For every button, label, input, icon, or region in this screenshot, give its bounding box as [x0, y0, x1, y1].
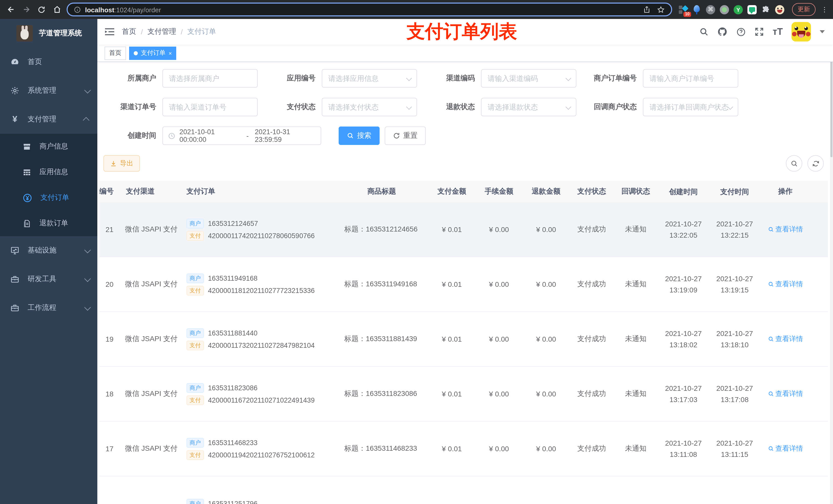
- extension-dot-icon[interactable]: [720, 5, 729, 14]
- date-end: 2021-10-31 23:59:59: [255, 128, 315, 143]
- filter-input-control[interactable]: [643, 70, 738, 87]
- filter-label: 所属商户: [103, 74, 162, 83]
- column-header: 支付订单: [182, 187, 337, 196]
- filter-input-control[interactable]: [481, 70, 576, 87]
- merchant-tag: 商户: [187, 499, 204, 504]
- cell-actions: 查看详情: [760, 334, 810, 344]
- tag-tab-pay-order[interactable]: 支付订单 ×: [129, 46, 176, 60]
- filter-input-control[interactable]: [322, 98, 416, 116]
- cell-notify-status: 未通知: [614, 334, 658, 344]
- fullscreen-icon[interactable]: [755, 27, 764, 37]
- bookmark-star-icon[interactable]: [657, 5, 665, 14]
- table-row: 17微信 JSAPI 支付商户1635311468233支付4200001194…: [99, 422, 828, 476]
- cell-product-title: 标题：1635311468233: [337, 444, 428, 453]
- url-path: :1024/pay/order: [114, 6, 161, 14]
- breadcrumb-home[interactable]: 首页: [122, 27, 136, 37]
- filter-input-control[interactable]: [481, 98, 576, 116]
- cell-product-title: 标题：1635312124656: [337, 225, 428, 234]
- browser-menu-icon[interactable]: ⋮: [821, 6, 828, 13]
- filter-input-control[interactable]: [643, 98, 738, 116]
- filter-input-control[interactable]: [163, 70, 257, 87]
- extensions-puzzle-icon[interactable]: [761, 5, 770, 14]
- filter-select[interactable]: [481, 98, 576, 116]
- filter-field: 渠道编码: [432, 69, 576, 88]
- cell-fee-amount: ¥ 0.00: [475, 390, 523, 398]
- browser-update-button[interactable]: 更新: [792, 3, 815, 16]
- sidebar-item-refund-order[interactable]: 退款订单: [0, 211, 97, 236]
- toggle-search-button[interactable]: [786, 155, 802, 172]
- browser-home-icon[interactable]: [51, 4, 63, 15]
- page-scrollbar[interactable]: [830, 19, 833, 504]
- reset-button[interactable]: 重置: [385, 126, 426, 145]
- sidebar-item-home[interactable]: 首页: [0, 48, 97, 76]
- browser-forward-icon[interactable]: [21, 4, 32, 15]
- filter-input-control[interactable]: [163, 98, 257, 116]
- date-range-picker[interactable]: 2021-10-01 00:00:00 - 2021-10-31 23:59:5…: [162, 126, 321, 145]
- extension-balloon-icon[interactable]: [692, 5, 701, 14]
- extension-chat-icon[interactable]: [747, 5, 757, 14]
- filter-field: 商户订单编号: [592, 69, 738, 88]
- filter-input[interactable]: [162, 98, 258, 116]
- view-detail-link[interactable]: 查看详情: [768, 334, 803, 344]
- extension-grid-icon[interactable]: 10: [678, 5, 688, 14]
- filter-input[interactable]: [643, 69, 738, 88]
- column-header: 支付渠道: [120, 187, 182, 196]
- app-logo-row[interactable]: 芋道管理系统: [0, 19, 97, 48]
- filter-select[interactable]: [322, 98, 417, 116]
- url-bar[interactable]: localhost:1024/pay/order: [67, 3, 672, 16]
- font-size-icon[interactable]: ᴛT: [772, 27, 783, 37]
- sidebar-item-devtools[interactable]: 研发工具: [0, 265, 97, 293]
- sidebar-item-pay-order[interactable]: 支付订单: [0, 185, 97, 211]
- share-icon[interactable]: [643, 6, 651, 13]
- view-detail-link[interactable]: 查看详情: [768, 280, 803, 289]
- filter-field: 所属商户: [103, 69, 258, 88]
- avatar-caret-icon[interactable]: [820, 30, 825, 33]
- github-icon[interactable]: [717, 27, 728, 37]
- sidebar-item-infrastructure[interactable]: 基础设施: [0, 236, 97, 265]
- chevron-down-icon: [84, 87, 91, 93]
- sidebar-item-payment[interactable]: ¥ 支付管理: [0, 105, 97, 134]
- sidebar-item-app-info[interactable]: 应用信息: [0, 159, 97, 185]
- search-icon[interactable]: [699, 27, 709, 37]
- url-host: localhost: [85, 6, 114, 14]
- breadcrumb-section[interactable]: 支付管理: [147, 27, 176, 37]
- pay-tag: 支付: [187, 450, 204, 460]
- tag-tab-home[interactable]: 首页: [104, 46, 126, 60]
- profile-emoji-icon[interactable]: [775, 5, 784, 14]
- filter-input-control[interactable]: [322, 70, 416, 87]
- sidebar-item-label: 研发工具: [28, 274, 76, 284]
- column-header: 退款金额: [523, 187, 570, 196]
- cell-paid-time: 2021-10-2713:22:15: [709, 218, 760, 241]
- view-detail-link[interactable]: 查看详情: [768, 444, 803, 453]
- sidebar-item-merchant-info[interactable]: 商户信息: [0, 134, 97, 159]
- avatar[interactable]: [791, 22, 811, 42]
- filter-select[interactable]: [481, 69, 576, 88]
- breadcrumb: 首页 / 支付管理 / 支付订单: [122, 27, 216, 37]
- gear-icon: [10, 86, 20, 95]
- search-button[interactable]: 搜索: [339, 126, 380, 145]
- filter-select[interactable]: [322, 69, 417, 88]
- filter-input[interactable]: [162, 69, 258, 88]
- sidebar-item-workflow[interactable]: 工作流程: [0, 293, 97, 322]
- export-button[interactable]: 导出: [103, 155, 140, 172]
- sidebar-item-system[interactable]: 系统管理: [0, 76, 97, 105]
- close-icon[interactable]: ×: [169, 50, 172, 56]
- extension-command-icon[interactable]: ⌘: [706, 5, 715, 14]
- refresh-table-button[interactable]: [807, 155, 824, 172]
- cell-pay-order: 商户1635312124657支付42000011742021102780605…: [182, 216, 337, 243]
- tag-label: 支付订单: [141, 49, 165, 57]
- cell-actions: 查看详情: [760, 444, 810, 453]
- view-detail-link[interactable]: 查看详情: [768, 389, 803, 399]
- date-start: 2021-10-01 00:00:00: [179, 128, 240, 143]
- filter-row-date: 创建时间 2021-10-01 00:00:00 - 2021-10-31 23…: [102, 126, 828, 145]
- extension-y-icon[interactable]: Y: [734, 5, 743, 14]
- browser-back-icon[interactable]: [5, 4, 16, 15]
- site-info-icon[interactable]: [74, 6, 81, 13]
- table-body: 21微信 JSAPI 支付商户1635312124657支付4200001174…: [99, 202, 828, 504]
- view-detail-link[interactable]: 查看详情: [768, 225, 803, 234]
- sidebar-toggle-icon[interactable]: [97, 19, 122, 45]
- help-icon[interactable]: [736, 27, 746, 37]
- browser-reload-icon[interactable]: [36, 4, 47, 15]
- filter-select[interactable]: [643, 98, 738, 116]
- cell-refund-amount: ¥ 0.00: [523, 225, 570, 234]
